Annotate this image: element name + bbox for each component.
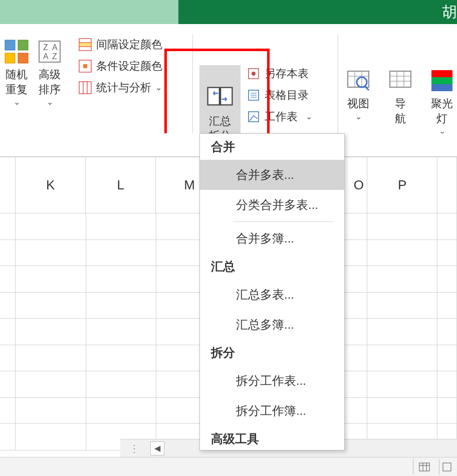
grid-cell[interactable] [367, 398, 437, 424]
grid-cell[interactable] [437, 293, 457, 319]
grid-cell[interactable] [16, 345, 86, 372]
grid-cell[interactable] [367, 213, 437, 240]
grid-cell[interactable] [0, 345, 16, 372]
grid-cell[interactable] [0, 398, 16, 424]
svg-rect-19 [220, 87, 232, 105]
grid-cell[interactable] [367, 371, 437, 398]
table-of-contents-button[interactable]: 表格目录 [245, 87, 314, 104]
grid-cell[interactable] [367, 319, 437, 345]
grid-cell[interactable] [0, 240, 16, 267]
grid-cell[interactable] [16, 319, 86, 345]
summary-split-icon [205, 82, 235, 111]
worksheet-button[interactable]: 工作表 ⌄ [245, 108, 314, 126]
svg-rect-0 [5, 40, 15, 50]
chevron-down-icon: ⌄ [47, 97, 53, 108]
normal-view-button[interactable] [413, 459, 435, 474]
menu-item-classify-merge-sheets[interactable]: 分类合并多表... [200, 190, 344, 220]
grid-cell[interactable] [437, 266, 457, 293]
grid-cell[interactable] [0, 213, 16, 240]
grid-cell[interactable] [86, 266, 156, 293]
grid-cell[interactable] [437, 398, 457, 424]
worksheet-icon [247, 110, 261, 124]
col-header-p[interactable]: P [367, 157, 437, 213]
svg-rect-41 [419, 463, 429, 471]
grid-cell[interactable] [16, 213, 86, 240]
grid-cell[interactable] [16, 371, 86, 398]
save-sheet-icon [247, 67, 261, 81]
col-header-k[interactable]: K [16, 157, 86, 213]
navigate-label: 导航 [393, 96, 408, 126]
chevron-down-icon: ⌄ [14, 97, 20, 108]
grid-cell[interactable] [367, 293, 437, 319]
grid-cell[interactable] [437, 213, 457, 240]
grid-cell[interactable] [437, 345, 457, 372]
menu-separator [233, 221, 333, 222]
grid-cell[interactable] [367, 240, 437, 267]
ribbon: 随机重复 ⌄ Z A A Z 高级排序 ⌄ [0, 24, 457, 133]
chevron-down-icon: ⌄ [155, 82, 162, 93]
menu-header-advanced: 高级工具 [200, 426, 344, 450]
grid-cell[interactable] [437, 319, 457, 345]
grid-cell[interactable] [16, 424, 86, 450]
grid-cell[interactable] [367, 266, 437, 293]
col-header-rowsel[interactable] [0, 157, 16, 213]
grid-cell[interactable] [86, 213, 156, 240]
menu-header-summary: 汇总 [200, 254, 344, 280]
view-button[interactable]: 视图 ⌄ [342, 65, 375, 122]
interval-color-button[interactable]: 间隔设定颜色 [76, 36, 164, 54]
grid-cell[interactable] [437, 371, 457, 398]
advanced-sort-button[interactable]: Z A A Z 高级排序 ⌄ [33, 36, 66, 108]
menu-item-merge-sheets[interactable]: 合并多表... [200, 160, 344, 190]
save-as-sheet-button[interactable]: 另存本表 [245, 65, 314, 83]
menu-item-merge-workbooks[interactable]: 合并多簿... [200, 223, 344, 254]
col-header-extra[interactable] [437, 157, 457, 213]
page-layout-view-button[interactable] [439, 459, 454, 474]
interval-color-label: 间隔设定颜色 [96, 37, 162, 53]
statistics-analysis-label: 统计与分析 [96, 80, 151, 96]
title-tab-active[interactable] [0, 0, 178, 24]
grid-cell[interactable] [16, 240, 86, 267]
grid-cell[interactable] [0, 266, 16, 293]
view-icon [346, 68, 371, 93]
menu-item-split-sheet[interactable]: 拆分工作表... [200, 366, 344, 396]
svg-text:Z: Z [43, 43, 48, 52]
grid-cell[interactable] [16, 293, 86, 319]
grid-cell[interactable] [437, 240, 457, 267]
grid-cell[interactable] [0, 319, 16, 345]
svg-rect-12 [79, 43, 91, 47]
menu-item-split-workbook[interactable]: 拆分工作簿... [200, 396, 344, 426]
grid-cell[interactable] [86, 319, 156, 345]
scroll-left-button[interactable]: ◀ [150, 441, 164, 455]
grid-cell[interactable] [0, 293, 16, 319]
grid-cell[interactable] [86, 398, 156, 424]
spotlight-button[interactable]: 聚光灯 ⌄ [427, 65, 457, 137]
svg-text:Z: Z [52, 52, 57, 61]
navigate-button[interactable]: 导航 [386, 65, 415, 126]
svg-rect-3 [18, 53, 28, 63]
grid-cell[interactable] [86, 371, 156, 398]
grid-cell[interactable] [0, 371, 16, 398]
grid-interval-icon [78, 38, 92, 52]
grid-cell[interactable] [16, 266, 86, 293]
grid-cell[interactable] [86, 240, 156, 267]
conditional-color-button[interactable]: 条件设定颜色 [76, 58, 164, 75]
page-layout-icon [442, 462, 451, 471]
grid-cell[interactable] [16, 398, 86, 424]
table-of-contents-label: 表格目录 [265, 88, 309, 103]
svg-rect-1 [5, 53, 15, 63]
grid-cell[interactable] [86, 345, 156, 372]
grid-conditional-icon [78, 59, 92, 73]
statistics-analysis-button[interactable]: 统计与分析 ⌄ [76, 79, 164, 97]
spotlight-icon [429, 68, 454, 93]
chevron-down-icon: ⌄ [306, 111, 312, 122]
svg-point-21 [252, 72, 256, 76]
grid-cell[interactable] [0, 424, 16, 450]
col-header-l[interactable]: L [86, 157, 156, 213]
grid-cell[interactable] [86, 293, 156, 319]
menu-item-summary-sheets[interactable]: 汇总多表... [200, 280, 344, 310]
view-label: 视图 [347, 96, 369, 111]
sheet-tab-drag-handle-icon[interactable]: ⋮ [120, 442, 150, 454]
grid-cell[interactable] [367, 345, 437, 372]
menu-item-summary-workbooks[interactable]: 汇总多簿... [200, 310, 344, 340]
random-dedup-button[interactable]: 随机重复 ⌄ [0, 36, 33, 108]
